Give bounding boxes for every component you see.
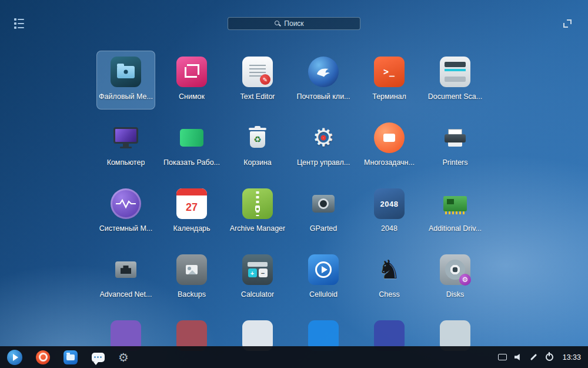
app-label: Calculator: [241, 290, 274, 299]
app-label: Disks: [446, 290, 465, 299]
app-terminal[interactable]: >_ Терминал: [360, 51, 419, 110]
zipper-shape: [256, 191, 259, 216]
app-label: Календарь: [173, 224, 210, 233]
clock[interactable]: 13:33: [563, 353, 581, 362]
plus-key: +: [248, 268, 257, 277]
app-label: Файловый Ме...: [99, 92, 153, 101]
app-backups[interactable]: Backups: [162, 248, 221, 307]
app-label: Additional Driv...: [429, 224, 482, 233]
search-bar: [228, 17, 360, 30]
backups-icon: [176, 254, 207, 285]
zipper-pull: [255, 205, 260, 211]
play-icon: [322, 266, 328, 273]
app-show-desktop[interactable]: Показать Рабо...: [162, 117, 221, 175]
calendar-day: 27: [176, 195, 207, 219]
app-2048[interactable]: 2048 2048: [360, 183, 419, 241]
system-monitor-icon: [111, 188, 141, 219]
chess-icon: ♞: [374, 254, 405, 285]
app-label: GParted: [310, 224, 338, 233]
multitasking-icon: [374, 122, 405, 153]
additional-drivers-icon: [440, 188, 470, 219]
app-archive-manager[interactable]: Archive Manager: [228, 183, 287, 241]
app-additional-drivers[interactable]: Additional Driv...: [426, 183, 485, 241]
bird-shape: [315, 65, 332, 79]
power-tray-icon[interactable]: [546, 353, 553, 361]
app-mail-client[interactable]: Почтовый кли...: [294, 51, 353, 110]
app-computer[interactable]: Компьютер: [96, 117, 155, 175]
scanner-glass: [445, 69, 466, 71]
computer-icon: [111, 122, 141, 153]
app-calculator[interactable]: + − Calculator: [228, 248, 287, 307]
control-center-icon: ⚙: [308, 122, 339, 153]
display-tray-icon[interactable]: [498, 354, 507, 360]
folder-shape: [117, 66, 135, 78]
advanced-network-icon: [111, 254, 141, 285]
app-label: Printers: [442, 158, 467, 167]
monitor-screen: [113, 127, 138, 144]
taskbar-chat-icon[interactable]: [91, 352, 105, 363]
celluloid-icon: [308, 254, 339, 285]
pen-tray-icon[interactable]: [530, 353, 538, 362]
trash-lid: [249, 128, 266, 130]
app-calendar[interactable]: 27 Календарь: [162, 183, 221, 241]
desktop-background: Файловый Ме... Снимок ✎ Text Editor Почт…: [0, 0, 588, 368]
waveform-shape: [116, 198, 136, 209]
app-control-center[interactable]: ⚙ Центр управл...: [294, 117, 353, 175]
app-label: Text Editor: [240, 92, 275, 101]
text-editor-icon: ✎: [242, 57, 273, 87]
search-input[interactable]: [228, 17, 360, 30]
expand-corner-icon[interactable]: [563, 19, 572, 28]
prompt-glyph: >_: [383, 67, 395, 77]
app-label: 2048: [381, 224, 397, 233]
list-view-toggle-icon[interactable]: [14, 18, 24, 29]
taskbar-settings-icon[interactable]: ⚙: [118, 352, 129, 363]
app-disks[interactable]: ⚙ Disks: [426, 248, 485, 307]
app-label: Корзина: [243, 158, 272, 167]
app-label: Многозадачн...: [364, 158, 415, 167]
app-label: Компьютер: [107, 158, 145, 167]
2048-tile-text: 2048: [380, 200, 399, 208]
app-gparted[interactable]: GParted: [294, 183, 353, 241]
app-screenshot[interactable]: Снимок: [162, 51, 221, 110]
app-label: Показать Рабо...: [163, 158, 220, 167]
app-label: Backups: [178, 290, 206, 299]
app-label: Терминал: [372, 92, 406, 101]
app-text-editor[interactable]: ✎ Text Editor: [228, 51, 287, 110]
app-label: Почтовый кли...: [296, 92, 350, 101]
app-document-scanner[interactable]: Document Sca...: [426, 51, 485, 110]
screenshot-icon: [176, 57, 207, 87]
pencil-badge-icon: ✎: [260, 74, 270, 85]
system-tray: 13:33: [498, 353, 581, 362]
app-system-monitor[interactable]: Системный М...: [96, 183, 155, 241]
archive-manager-icon: [242, 188, 273, 219]
app-celluloid[interactable]: Celluloid: [294, 248, 353, 307]
app-label: Chess: [379, 290, 399, 299]
knight-glyph: ♞: [377, 257, 400, 283]
zorin-menu-button[interactable]: [7, 350, 22, 365]
calendar-header: [176, 188, 207, 195]
app-chess[interactable]: ♞ Chess: [360, 248, 419, 307]
calculator-icon: + −: [242, 254, 273, 285]
printer-icon: [440, 122, 470, 153]
red-ring: [321, 135, 326, 141]
app-advanced-network[interactable]: Advanced Net...: [96, 248, 155, 307]
taskbar-app-red-icon[interactable]: [36, 350, 50, 364]
app-label: Системный М...: [99, 224, 153, 233]
disks-icon: ⚙: [440, 254, 470, 285]
scanner-lid: [445, 62, 466, 67]
volume-tray-icon[interactable]: [514, 354, 522, 361]
app-label: Celluloid: [309, 290, 338, 299]
app-files[interactable]: Файловый Ме...: [96, 51, 155, 110]
taskbar: ⚙ 13:33: [0, 346, 588, 368]
terminal-icon: >_: [374, 57, 405, 87]
show-desktop-icon: [176, 122, 207, 153]
app-printers[interactable]: Printers: [426, 117, 485, 175]
recycle-glyph: ♻: [250, 131, 265, 148]
taskbar-files-icon[interactable]: [64, 350, 78, 364]
document-scanner-icon: [440, 57, 470, 87]
app-multitasking[interactable]: Многозадачн...: [360, 117, 419, 175]
app-label: Advanced Net...: [100, 290, 152, 299]
gparted-icon: [308, 188, 339, 219]
2048-icon: 2048: [374, 188, 405, 219]
app-trash[interactable]: ♻ Корзина: [228, 117, 287, 175]
